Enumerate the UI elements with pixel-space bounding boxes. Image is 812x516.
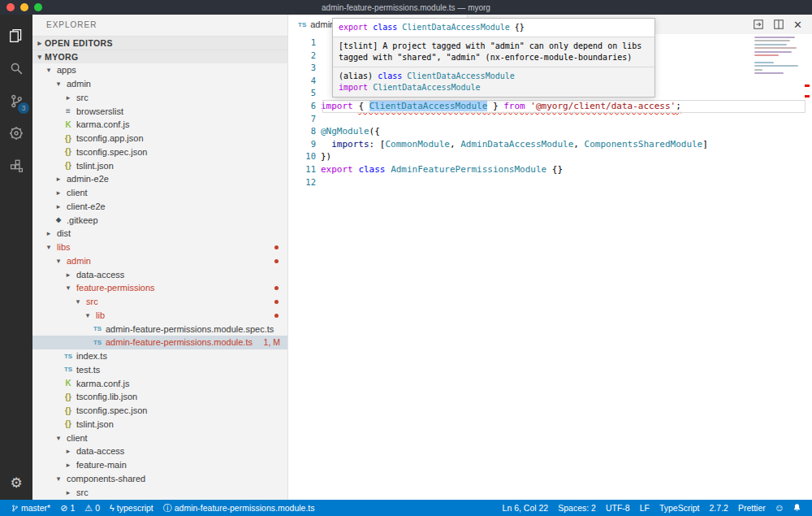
code-token: } [487, 101, 503, 111]
tree-item-dist[interactable]: ▸dist [32, 227, 287, 241]
code-token: class [358, 164, 385, 175]
status-prettier[interactable]: Prettier [733, 503, 771, 513]
tree-item-test.ts[interactable]: TStest.ts [32, 363, 287, 377]
code-line-11[interactable]: 11export class AdminFeaturePermissionsMo… [288, 163, 812, 176]
tree-item-label: admin [67, 256, 91, 266]
tree-item-label: tsconfig.app.json [76, 133, 144, 143]
karma-file-icon: K [63, 379, 73, 388]
code-line-6[interactable]: 6import { ClientDataAccessModule } from … [288, 100, 812, 113]
close-icon[interactable]: ✕ [793, 20, 802, 30]
tree-item-tslint.json[interactable]: {}tslint.json [32, 158, 287, 172]
editor-actions: ✕ [753, 15, 812, 34]
tree-item-client-e2e[interactable]: ▸client-e2e [32, 200, 287, 214]
hover-alias-section: (alias) class ClientDataAccessModule imp… [333, 67, 654, 97]
tree-item-feature-main[interactable]: ▸feature-main [32, 458, 287, 472]
minimap[interactable] [754, 37, 801, 79]
tree-item-data-access[interactable]: ▸data-access [32, 444, 287, 458]
tree-item-admin-e2e[interactable]: ▸admin-e2e [32, 172, 287, 186]
open-changes-icon[interactable] [753, 19, 764, 30]
status-branch[interactable]: master* [6, 503, 55, 513]
status-ln-6-col-22[interactable]: Ln 6, Col 22 [498, 503, 554, 513]
activity-search[interactable] [0, 52, 32, 85]
feedback-smiley-icon[interactable]: ☺ [771, 502, 788, 514]
code-line-7[interactable]: 7 [288, 113, 812, 126]
status-right-items: Ln 6, Col 22Spaces: 2UTF-8LFTypeScript2.… [498, 503, 771, 513]
status-lf[interactable]: LF [635, 503, 654, 513]
tree-item-tsconfig.app.json[interactable]: {}tsconfig.app.json [32, 132, 287, 145]
workspace-label: MYORG [45, 52, 79, 62]
code-line-12[interactable]: 12 [288, 176, 812, 189]
code-token: import [321, 101, 353, 111]
chevron-down-icon: ▾ [35, 53, 45, 61]
tree-item-label: .gitkeep [67, 215, 98, 225]
tree-item-lib[interactable]: ▾lib [32, 309, 287, 323]
code-line-8[interactable]: 8@NgModule({ [288, 125, 812, 138]
activity-plugin[interactable] [0, 117, 32, 150]
tree-item-label: components-shared [67, 474, 145, 483]
tree-item-karma.conf.js[interactable]: Kkarma.conf.js [32, 376, 287, 390]
status-warning[interactable]: ⚠0 [80, 503, 105, 514]
activity-explorer[interactable] [0, 20, 32, 52]
tree-item-label: test.ts [76, 365, 100, 375]
tree-item-tsconfig.lib.json[interactable]: {}tsconfig.lib.json [32, 390, 287, 404]
close-window-button[interactable] [6, 3, 15, 11]
tree-item-index.ts[interactable]: TSindex.ts [32, 349, 287, 363]
minimize-window-button[interactable] [20, 3, 28, 11]
chevron-down-icon: ▾ [54, 257, 63, 265]
file-tree: ▾apps▾admin▸src≡browserslistKkarma.conf.… [32, 63, 287, 500]
code-line-10[interactable]: 10}) [288, 150, 812, 163]
chevron-right-icon: ▸ [54, 175, 63, 183]
tree-item-tslint.json[interactable]: {}tslint.json [32, 418, 287, 431]
tree-item-.gitkeep[interactable]: ◆.gitkeep [32, 213, 287, 227]
hover-lint-message: [tslint] A project tagged with "admin" c… [333, 37, 654, 67]
settings-gear-icon[interactable]: ⚙ [10, 475, 22, 492]
activity-extensions[interactable] [0, 150, 32, 182]
status-utf-8[interactable]: UTF-8 [601, 503, 635, 513]
json-file-icon: {} [63, 406, 73, 415]
tree-item-admin[interactable]: ▾admin [32, 254, 287, 268]
zoom-window-button[interactable] [34, 3, 42, 11]
tree-item-components-shared[interactable]: ▾components-shared [32, 472, 287, 486]
open-editors-header[interactable]: ▸ OPEN EDITORS [32, 36, 287, 50]
tree-item-browserslist[interactable]: ≡browserslist [32, 104, 287, 118]
split-editor-icon[interactable] [773, 19, 784, 30]
tree-item-tsconfig.spec.json[interactable]: {}tsconfig.spec.json [32, 145, 287, 159]
tree-item-apps[interactable]: ▾apps [32, 63, 287, 77]
tree-item-admin[interactable]: ▾admin [32, 77, 287, 91]
notifications-bell-icon[interactable] [788, 503, 806, 513]
code-token: }) [321, 151, 331, 162]
status-info[interactable]: ⓘadmin-feature-permissions.module.ts [158, 502, 320, 514]
tree-item-karma.conf.js[interactable]: Kkarma.conf.js [32, 118, 287, 132]
ts-file-icon: TS [93, 325, 102, 332]
status-error[interactable]: ⊘1 [55, 503, 80, 514]
tree-item-client[interactable]: ▾client [32, 431, 287, 444]
status-lightning[interactable]: ϟtypescript [105, 503, 158, 513]
ts-file-icon: TS [93, 339, 102, 346]
tree-item-label: tsconfig.lib.json [76, 392, 137, 401]
status-typescript[interactable]: TypeScript [654, 503, 705, 513]
tree-item-data-access[interactable]: ▸data-access [32, 267, 287, 281]
code-token: ({ [369, 126, 380, 137]
tree-item-libs[interactable]: ▾libs [32, 241, 287, 254]
code-token: AdminDataAccessModule [460, 139, 573, 150]
status-spaces-2[interactable]: Spaces: 2 [553, 503, 601, 513]
tree-item-tsconfig.spec.json[interactable]: {}tsconfig.spec.json [32, 404, 287, 418]
tree-item-src[interactable]: ▸src [32, 91, 287, 105]
line-number: 7 [288, 113, 321, 126]
line-number: 2 [288, 50, 321, 63]
workspace-header[interactable]: ▾ MYORG [32, 50, 287, 63]
tree-item-src[interactable]: ▾src [32, 295, 287, 309]
activity-source-control[interactable]: 3 [0, 85, 32, 117]
tree-item-feature-permissions[interactable]: ▾feature-permissions [32, 281, 287, 295]
tree-item-admin-feature-permissions.module.ts[interactable]: TSadmin-feature-permissions.module.ts1, … [32, 336, 287, 349]
line-number: 6 [288, 100, 321, 113]
tree-item-admin-feature-permissions.module.spec.ts[interactable]: TSadmin-feature-permissions.module.spec.… [32, 322, 287, 336]
status-2-7-2[interactable]: 2.7.2 [705, 503, 733, 513]
chevron-right-icon: ▸ [63, 93, 73, 102]
code-line-9[interactable]: 9 imports: [CommonModule, AdminDataAcces… [288, 138, 812, 151]
tree-item-label: karma.conf.js [76, 379, 129, 388]
tree-item-src[interactable]: ▸src [32, 485, 287, 499]
tree-item-client[interactable]: ▸client [32, 186, 287, 200]
line-number: 8 [288, 125, 321, 138]
tree-item-label: src [86, 297, 98, 306]
